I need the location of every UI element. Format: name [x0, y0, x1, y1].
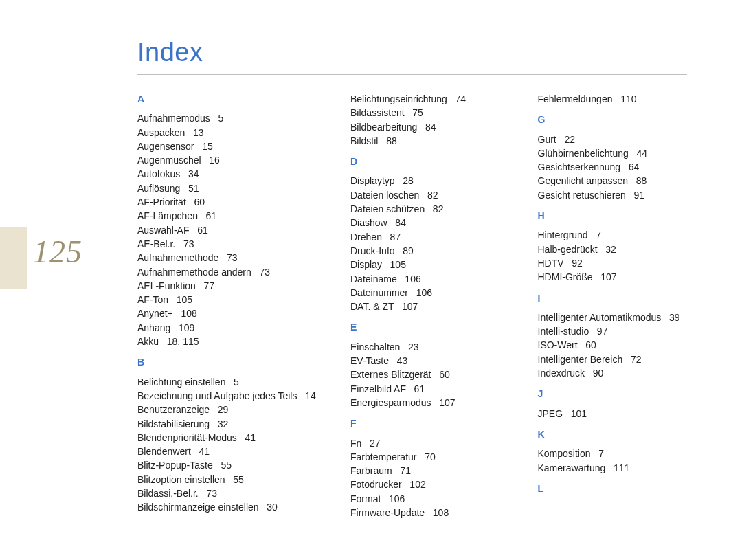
index-term: AF-Lämpchen	[137, 210, 198, 221]
index-pages: 102	[402, 479, 426, 490]
index-pages: 97	[589, 326, 607, 337]
index-term: Gurt	[538, 134, 556, 145]
index-letter: L	[538, 482, 688, 495]
index-term: Augensensor	[137, 141, 194, 152]
index-term: ISO-Wert	[538, 339, 578, 350]
index-entry: Gesicht retuschieren 91	[538, 188, 688, 202]
index-entry: Blendenpriorität-Modus 41	[137, 431, 313, 445]
index-term: Farbtemperatur	[350, 451, 416, 462]
index-term: JPEG	[538, 408, 563, 419]
index-entry: Bezeichnung und Aufgabe jedes Teils 14	[137, 389, 313, 403]
index-term: AEL-Funktion	[137, 280, 196, 291]
index-entry: Augensensor 15	[137, 139, 313, 153]
page: 125 Index AAufnahmemodus 5Auspacken 13Au…	[0, 0, 742, 560]
index-entry: Belichtungseinrichtung 74	[350, 92, 500, 106]
index-entry: Farbraum 71	[350, 464, 500, 478]
index-term: Diashow	[350, 217, 387, 228]
index-pages: 111	[605, 462, 629, 473]
title-rule	[137, 74, 687, 75]
index-pages: 22	[556, 134, 575, 145]
index-pages: 44	[629, 148, 647, 159]
index-pages: 101	[563, 408, 587, 419]
index-term: Dateien löschen	[350, 190, 419, 201]
index-pages: 105	[168, 294, 192, 305]
index-pages: 30	[259, 502, 278, 513]
index-letter: D	[350, 155, 500, 168]
index-pages: 108	[173, 308, 197, 319]
index-pages: 75	[405, 107, 423, 118]
index-entry: Auswahl-AF 61	[137, 223, 313, 237]
index-pages: 41	[237, 432, 256, 443]
index-term: Belichtung einstellen	[137, 377, 225, 388]
index-letter: F	[350, 416, 500, 430]
index-term: Auspacken	[137, 127, 185, 138]
page-number-bg	[0, 227, 27, 289]
index-pages: 14	[297, 390, 315, 401]
index-pages: 32	[210, 418, 228, 429]
index-pages: 61	[198, 210, 216, 221]
index-entry: Halb-gedrückt 32	[538, 243, 688, 256]
index-entry: Display 105	[350, 258, 500, 271]
index-pages: 88	[628, 175, 647, 186]
index-pages: 73	[175, 238, 194, 249]
index-term: Belichtungseinrichtung	[350, 93, 447, 104]
index-entry: Firmware-Update 108	[350, 506, 500, 519]
index-term: Bildbearbeitung	[350, 122, 417, 133]
index-entry: Blitzoption einstellen 55	[137, 473, 313, 486]
index-entry: Intelligenter Automatikmodus 39	[538, 311, 688, 324]
index-entry: Autofokus 34	[137, 167, 313, 181]
index-entry: Benutzeranzeige 29	[137, 403, 313, 416]
index-term: Indexdruck	[538, 368, 585, 379]
index-entry: Blitz-Popup-Taste 55	[137, 458, 313, 472]
index-term: AE-Bel.r.	[137, 238, 175, 249]
index-term: Glühbirnenbelichtung	[538, 148, 629, 159]
index-entry: Glühbirnenbelichtung 44	[538, 146, 688, 160]
index-entry: Diashow 84	[350, 216, 500, 229]
index-term: Gesichtserkennung	[538, 161, 621, 172]
index-letter: K	[538, 427, 688, 441]
index-entry: Format 106	[350, 492, 500, 506]
index-term: Einzelbild AF	[350, 383, 406, 394]
index-term: Format	[350, 493, 381, 504]
index-entry: Bildstil 88	[350, 134, 500, 148]
index-term: Einschalten	[350, 341, 400, 352]
index-term: Aufnahmemethode	[137, 252, 218, 263]
index-pages: 41	[191, 446, 210, 457]
index-entry: AF-Lämpchen 61	[137, 209, 313, 223]
index-pages: 5	[210, 113, 223, 124]
index-term: Hintergrund	[538, 229, 588, 240]
index-term: Aufnahmemodus	[137, 113, 210, 124]
index-term: Intelligenter Automatikmodus	[538, 312, 662, 323]
index-letter: G	[538, 113, 688, 126]
column-3: Fehlermeldungen 110GGurt 22Glühbirnenbel…	[538, 92, 688, 519]
index-pages: 7	[588, 229, 601, 240]
index-entry: Gurt 22	[538, 133, 688, 146]
index-pages: 106	[397, 273, 421, 284]
index-term: Gegenlicht anpassen	[538, 175, 629, 186]
index-entry: Gesichtserkennung 64	[538, 160, 688, 174]
index-term: Bezeichnung und Aufgabe jedes Teils	[137, 390, 297, 401]
index-pages: 105	[382, 259, 406, 270]
index-pages: 15	[194, 141, 213, 152]
index-pages: 60	[431, 369, 450, 380]
index-entry: AE-Bel.r. 73	[137, 237, 313, 251]
index-term: Dateien schützen	[350, 203, 425, 214]
index-term: Drehen	[350, 232, 382, 243]
index-entry: Aufnahmemodus 5	[137, 111, 313, 125]
index-pages: 18, 115	[159, 336, 199, 347]
index-term: Dateinummer	[350, 287, 408, 298]
index-pages: 82	[419, 190, 438, 201]
index-term: Blendenwert	[137, 446, 191, 457]
index-term: HDMI-Größe	[538, 271, 593, 282]
index-pages: 23	[400, 341, 418, 352]
index-pages: 60	[186, 197, 205, 208]
index-pages: 5	[225, 377, 238, 388]
index-pages: 109	[170, 322, 194, 333]
index-pages: 29	[210, 404, 228, 415]
index-letter: E	[350, 320, 500, 334]
index-entry: Bildbearbeitung 84	[350, 120, 500, 134]
index-term: Bildstil	[350, 135, 378, 146]
index-term: Fn	[350, 438, 361, 449]
index-letter: A	[137, 92, 313, 106]
index-pages: 73	[251, 267, 270, 278]
